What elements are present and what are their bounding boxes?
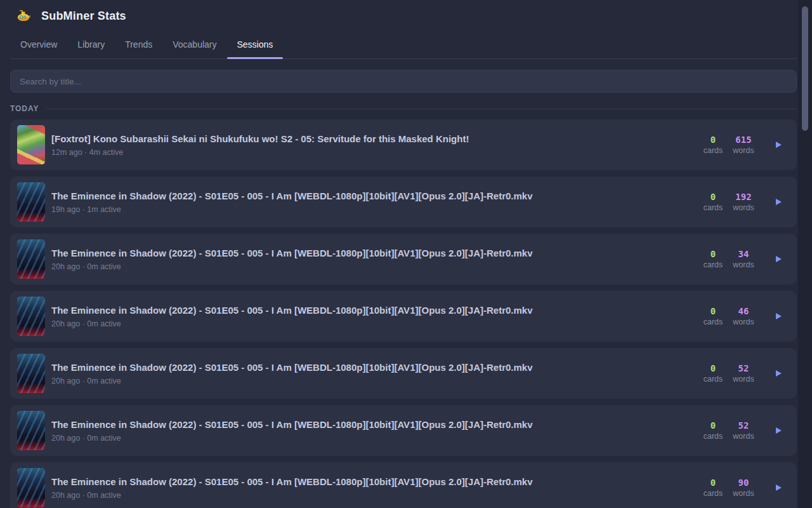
session-info: The Eminence in Shadow (2022) - S01E05 -… [51,476,688,500]
tab-vocabulary[interactable]: Vocabulary [162,34,226,58]
session-meta: 20h ago · 0m active [51,319,688,328]
session-title: The Eminence in Shadow (2022) - S01E05 -… [51,248,688,258]
words-count: 615 [728,135,759,145]
app-header: SubMiner Stats [0,0,812,23]
words-label: words [728,375,759,384]
session-thumbnail [17,125,45,164]
session-meta: 20h ago · 0m active [51,434,688,443]
session-title: The Eminence in Shadow (2022) - S01E05 -… [51,476,688,487]
session-list: [Foxtrot] Kono Subarashii Sekai ni Shuku… [10,119,797,508]
cards-label: cards [698,203,728,212]
section-divider [46,109,797,109]
cards-count: 0 [698,192,728,202]
words-stat: 192 words [728,192,759,212]
session-thumbnail [17,411,45,450]
cards-count: 0 [698,363,728,373]
words-stat: 46 words [728,306,759,326]
session-info: The Eminence in Shadow (2022) - S01E05 -… [51,190,688,214]
scrollbar-thumb[interactable] [802,6,808,131]
words-count: 52 [728,420,759,431]
session-row[interactable]: The Eminence in Shadow (2022) - S01E05 -… [10,177,797,227]
cards-stat: 0 cards [698,249,728,269]
cards-label: cards [698,318,728,326]
search-input[interactable] [10,70,797,93]
words-stat: 52 words [728,363,759,384]
session-title: The Eminence in Shadow (2022) - S01E05 -… [51,419,688,430]
cards-count: 0 [698,249,728,259]
session-meta: 19h ago · 1m active [51,205,688,214]
session-info: The Eminence in Shadow (2022) - S01E05 -… [51,419,688,443]
session-title: The Eminence in Shadow (2022) - S01E05 -… [51,362,688,373]
cards-count: 0 [698,478,728,488]
session-info: The Eminence in Shadow (2022) - S01E05 -… [51,248,688,271]
words-stat: 34 words [728,249,759,269]
session-row[interactable]: The Eminence in Shadow (2022) - S01E05 -… [10,234,797,284]
session-title: The Eminence in Shadow (2022) - S01E05 -… [51,305,688,316]
play-icon [776,427,782,434]
words-label: words [728,146,759,155]
session-stats: 0 cards 52 words [698,363,787,384]
cards-count: 0 [698,306,728,316]
session-thumbnail [17,239,45,279]
words-count: 46 [728,306,759,316]
tab-label: Trends [125,39,152,50]
words-label: words [728,318,759,326]
tab-bar: Overview Library Trends Vocabulary Sessi… [10,34,797,59]
words-label: words [728,203,759,212]
play-button[interactable] [770,308,787,324]
session-stats: 0 cards 46 words [698,306,787,326]
play-icon [776,370,782,377]
cards-stat: 0 cards [698,420,728,441]
tab-library[interactable]: Library [67,34,115,58]
page-title: SubMiner Stats [41,10,126,23]
session-thumbnail [17,468,45,507]
tab-overview[interactable]: Overview [10,34,67,58]
words-count: 192 [728,192,759,202]
cards-label: cards [698,489,728,498]
play-icon [776,199,782,205]
submarine-icon [16,9,30,23]
words-count: 52 [728,363,759,373]
cards-count: 0 [698,135,728,145]
session-stats: 0 cards 90 words [698,478,787,498]
session-meta: 20h ago · 0m active [51,491,688,500]
section-label: TODAY [10,104,39,113]
tab-label: Vocabulary [173,39,216,50]
session-row[interactable]: The Eminence in Shadow (2022) - S01E05 -… [10,462,797,508]
cards-label: cards [698,432,728,441]
words-stat: 52 words [728,420,759,441]
session-stats: 0 cards 192 words [698,192,787,212]
session-row[interactable]: The Eminence in Shadow (2022) - S01E05 -… [10,405,797,456]
session-row[interactable]: The Eminence in Shadow (2022) - S01E05 -… [10,291,797,342]
play-icon [776,485,782,491]
session-title: [Foxtrot] Kono Subarashii Sekai ni Shuku… [51,133,688,144]
tab-label: Overview [20,39,57,50]
tab-trends[interactable]: Trends [115,34,162,58]
play-button[interactable] [770,251,787,267]
cards-stat: 0 cards [698,478,728,498]
play-button[interactable] [770,365,787,382]
play-button[interactable] [770,137,787,153]
play-icon [776,313,782,319]
session-meta: 20h ago · 0m active [51,262,688,271]
session-row[interactable]: [Foxtrot] Kono Subarashii Sekai ni Shuku… [10,119,797,170]
session-thumbnail [17,182,45,222]
session-stats: 0 cards 34 words [698,249,787,269]
cards-stat: 0 cards [698,192,728,212]
tab-sessions[interactable]: Sessions [227,34,284,58]
words-count: 34 [728,249,759,259]
session-row[interactable]: The Eminence in Shadow (2022) - S01E05 -… [10,348,797,399]
cards-stat: 0 cards [698,363,728,384]
words-label: words [728,432,759,441]
play-button[interactable] [770,479,787,496]
session-meta: 12m ago · 4m active [51,148,688,157]
search-bar [10,70,797,93]
cards-label: cards [698,260,728,269]
play-button[interactable] [770,194,787,210]
session-info: The Eminence in Shadow (2022) - S01E05 -… [51,362,688,385]
words-label: words [728,489,759,498]
session-info: The Eminence in Shadow (2022) - S01E05 -… [51,305,688,328]
cards-stat: 0 cards [698,135,728,155]
play-button[interactable] [770,422,787,439]
words-stat: 90 words [728,478,759,498]
